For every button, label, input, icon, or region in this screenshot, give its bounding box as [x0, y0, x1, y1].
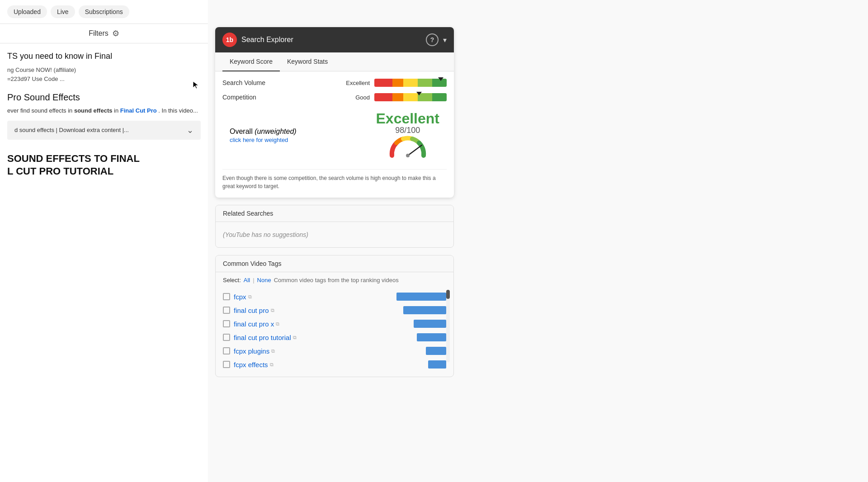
tag-row: fcpx effects⧉	[223, 358, 446, 371]
external-link-icon: ⧉	[270, 362, 274, 368]
se-title: Search Explorer	[241, 36, 293, 44]
se-header: 1b Search Explorer ? ▾	[215, 27, 454, 52]
competition-label: Competition	[222, 94, 268, 101]
keyword-score-content: Search Volume Excellent Competition Good	[215, 71, 454, 198]
tag-checkbox-3[interactable]	[223, 334, 230, 341]
tag-bar-0	[396, 293, 446, 301]
external-link-icon: ⧉	[248, 294, 252, 300]
tab-subscriptions[interactable]: Subscriptions	[79, 5, 129, 18]
select-label: Select:	[223, 277, 241, 284]
related-searches-empty: (YouTube has no suggestions)	[216, 222, 453, 247]
common-video-tags-section: Common Video Tags Select: All | None Com…	[215, 255, 454, 377]
competition-bar	[374, 93, 447, 101]
tag-bar-5	[428, 360, 446, 369]
tag-name-5[interactable]: fcpx effects⧉	[234, 361, 425, 369]
weighted-link[interactable]: click here for weighted	[230, 137, 288, 143]
gauge-svg	[387, 135, 428, 160]
chevron-down-icon: ⌄	[187, 125, 193, 135]
overall-qualifier: (unweighted)	[255, 128, 297, 135]
tab-uploaded[interactable]: Uploaded	[7, 5, 47, 18]
overall-label-text: Overall	[230, 128, 253, 135]
tag-name-0[interactable]: fcpx⧉	[234, 293, 393, 301]
competition-rating: Good	[343, 94, 370, 101]
tags-select-row: Select: All | None Common video tags fro…	[216, 272, 453, 288]
search-volume-bar	[374, 79, 447, 87]
se-header-left: 1b Search Explorer	[222, 33, 293, 47]
select-all-link[interactable]: All	[244, 277, 250, 284]
filter-icon[interactable]: ⚙	[112, 28, 119, 38]
tag-checkbox-1[interactable]	[223, 307, 230, 314]
help-button[interactable]: ?	[426, 33, 439, 46]
overall-row: Overall (unweighted) click here for weig…	[222, 108, 447, 167]
svg-point-1	[406, 154, 410, 157]
overall-score: 98/100	[395, 126, 420, 135]
competition-row: Competition Good	[222, 93, 447, 101]
big-title-line2: L CUT PRO TUTORIAL	[7, 165, 201, 178]
tag-list: fcpx⧉final cut pro⧉final cut pro x⧉final…	[216, 288, 453, 377]
separator: |	[253, 277, 254, 284]
tag-name-4[interactable]: fcpx plugins⧉	[234, 347, 422, 355]
tab-keyword-score[interactable]: Keyword Score	[222, 52, 280, 71]
svg-line-0	[408, 145, 422, 156]
tag-row: fcpx⧉	[223, 290, 446, 303]
tag-name-1[interactable]: final cut pro⧉	[234, 307, 400, 314]
tag-name-3[interactable]: final cut pro tutorial⧉	[234, 334, 413, 341]
tag-row: final cut pro tutorial⧉	[223, 331, 446, 344]
tag-checkbox-2[interactable]	[223, 320, 230, 327]
tag-checkbox-4[interactable]	[223, 347, 230, 354]
tags-note: Common video tags from the top ranking v…	[274, 277, 399, 284]
tag-bar-4	[426, 347, 446, 355]
select-none-link[interactable]: None	[257, 277, 271, 284]
tag-row: fcpx plugins⧉	[223, 344, 446, 358]
search-volume-indicator	[438, 77, 443, 81]
overall-text-col: Overall (unweighted) click here for weig…	[230, 128, 368, 144]
show-more-text: d sound effects | Download extra content…	[14, 127, 129, 133]
video-title: TS you need to know in Final	[0, 43, 208, 66]
video-promo: ng Course NOW! (affiliate) =223d97 Use C…	[0, 66, 208, 83]
desc-end: . In this video...	[158, 107, 198, 114]
filters-label: Filters	[89, 29, 108, 38]
desc-before: ever find sound effects in	[7, 107, 72, 114]
promo-text: ng Course NOW! (affiliate)	[7, 66, 76, 73]
competition-right: Good	[343, 93, 447, 101]
search-volume-label: Search Volume	[222, 79, 268, 86]
scroll-indicator[interactable]	[446, 290, 450, 362]
show-more-bar[interactable]: d sound effects | Download extra content…	[7, 121, 201, 140]
tab-live[interactable]: Live	[51, 5, 75, 18]
desc-link[interactable]: Final Cut Pro	[120, 107, 157, 114]
promo-code: =223d97 Use Code ...	[7, 76, 65, 82]
big-title-line1: SOUND EFFECTS to FINAL	[7, 152, 201, 165]
left-panel: Uploaded Live Subscriptions Filters ⚙ TS…	[0, 0, 208, 482]
dropdown-button[interactable]: ▾	[443, 36, 447, 44]
related-searches-section: Related Searches (YouTube has no suggest…	[215, 205, 454, 248]
desc-bold: sound effects	[74, 107, 113, 114]
external-link-icon: ⧉	[271, 307, 274, 313]
desc-mid: in	[114, 107, 120, 114]
search-volume-rating: Excellent	[343, 80, 370, 86]
search-volume-row: Search Volume Excellent	[222, 79, 447, 87]
filters-bar: Filters ⚙	[0, 24, 208, 43]
tag-bar-1	[403, 306, 446, 314]
external-link-icon: ⧉	[276, 321, 279, 327]
tag-bar-2	[414, 320, 446, 328]
right-panel: 1b Search Explorer ? ▾ Keyword Score Key…	[208, 0, 461, 482]
top-tabs: Uploaded Live Subscriptions	[0, 0, 208, 24]
video-description: ever find sound effects in sound effects…	[0, 106, 208, 115]
related-searches-header: Related Searches	[216, 205, 453, 222]
tag-checkbox-0[interactable]	[223, 293, 230, 300]
tag-row: final cut pro x⧉	[223, 317, 446, 331]
tab-keyword-stats[interactable]: Keyword Stats	[280, 52, 335, 71]
se-tabs: Keyword Score Keyword Stats	[215, 52, 454, 71]
section-title: Pro Sound Effects	[0, 83, 208, 106]
overall-rating-col: Excellent 98/100	[376, 111, 439, 160]
se-header-right: ? ▾	[426, 33, 447, 46]
overall-label: Overall (unweighted)	[230, 128, 368, 136]
se-logo: 1b	[222, 33, 237, 47]
search-explorer-card: 1b Search Explorer ? ▾ Keyword Score Key…	[215, 27, 454, 198]
overall-rating-text: Excellent	[376, 111, 439, 126]
tag-name-2[interactable]: final cut pro x⧉	[234, 320, 410, 328]
tag-checkbox-5[interactable]	[223, 361, 230, 368]
common-video-tags-header: Common Video Tags	[216, 255, 453, 272]
big-title: SOUND EFFECTS to FINAL L CUT PRO TUTORIA…	[0, 145, 208, 180]
score-note: Even though there is some competition, t…	[222, 169, 447, 190]
